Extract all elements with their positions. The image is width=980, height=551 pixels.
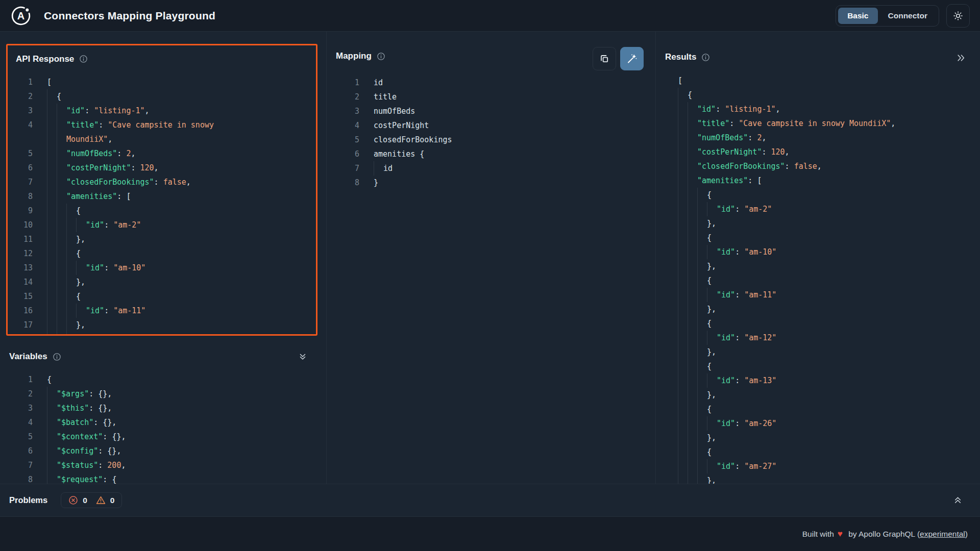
indent-guide <box>688 202 697 216</box>
indent-guide <box>47 104 57 118</box>
indent-guide <box>678 331 688 345</box>
indent-guide <box>688 245 697 259</box>
line-number: 2 <box>8 387 33 401</box>
indent-guide <box>688 373 697 388</box>
code-line: 3numOfBeds <box>334 104 655 118</box>
indent-guide <box>688 459 697 473</box>
code-line: 2title <box>334 90 655 104</box>
indent-guide <box>697 231 707 245</box>
mapping-column: Mapping <box>327 32 656 484</box>
line-number: 11 <box>8 232 33 246</box>
code-line: 16"id": "am-11" <box>8 304 315 318</box>
code-line: 5"$context": {}, <box>8 430 327 444</box>
line-number: 6 <box>8 444 33 458</box>
info-icon[interactable] <box>53 353 61 361</box>
collapse-problems-button[interactable] <box>953 495 963 505</box>
code-line: { <box>678 359 980 373</box>
indent-guide <box>707 416 717 431</box>
indent-guide <box>678 345 688 359</box>
indent-guide <box>66 232 76 246</box>
indent-guide <box>47 387 57 401</box>
indent-guide <box>47 189 57 204</box>
indent-guide <box>697 345 707 359</box>
indent-guide <box>697 302 707 316</box>
indent-guide <box>688 173 697 188</box>
indent-guide <box>57 218 66 232</box>
indent-guide <box>47 246 57 261</box>
indent-guide <box>47 89 57 104</box>
app-header: A Connectors Mapping Playground Basic Co… <box>0 0 980 32</box>
code-line: 5"numOfBeds": 2, <box>8 146 315 161</box>
indent-guide <box>57 118 66 132</box>
line-number: 14 <box>8 275 33 289</box>
code-line: 7"closedForBookings": false, <box>8 175 315 189</box>
experimental-link[interactable]: experimental <box>920 530 965 539</box>
indent-guide <box>57 289 66 304</box>
code-line: "numOfBeds": 2, <box>678 131 980 145</box>
code-line: 6amenities { <box>334 147 655 161</box>
indent-guide <box>678 359 688 373</box>
code-line: 1[ <box>8 75 315 89</box>
info-icon[interactable] <box>377 52 385 61</box>
code-line: 4costPerNight <box>334 118 655 133</box>
line-number: 7 <box>334 161 359 176</box>
indent-guide <box>678 302 688 316</box>
code-line: }, <box>678 302 980 316</box>
api-response-editor[interactable]: 1[2{3"id": "listing-1",4"title": "Cave c… <box>8 75 315 334</box>
code-line: 3"$this": {}, <box>8 401 327 415</box>
results-viewer[interactable]: [{"id": "listing-1","title": "Cave camps… <box>678 73 980 484</box>
code-line: "id": "am-26" <box>678 416 980 431</box>
app-footer: Built with ♥ by Apollo GraphQL ( experim… <box>0 516 980 551</box>
code-line: 10"id": "am-2" <box>8 218 315 232</box>
code-line: { <box>678 273 980 288</box>
mapping-editor[interactable]: 1id2title3numOfBeds4costPerNight5closedF… <box>334 76 655 484</box>
copy-mapping-button[interactable] <box>593 47 616 70</box>
indent-guide <box>688 259 697 273</box>
indent-guide <box>57 175 66 189</box>
indent-guide <box>688 402 697 416</box>
indent-guide <box>688 331 697 345</box>
indent-guide <box>66 275 76 289</box>
line-number: 4 <box>8 415 33 430</box>
info-icon[interactable] <box>79 55 88 63</box>
indent-guide <box>678 473 688 484</box>
variables-editor[interactable]: 1{2"$args": {},3"$this": {},4"$batch": {… <box>8 372 327 484</box>
indent-guide <box>47 289 57 304</box>
indent-guide <box>697 188 707 202</box>
indent-guide <box>47 118 57 132</box>
line-number: 13 <box>8 261 33 275</box>
code-line: 11}, <box>8 232 315 246</box>
line-number: 12 <box>8 246 33 261</box>
indent-guide <box>66 204 76 218</box>
code-line: }, <box>678 345 980 359</box>
indent-guide <box>66 318 76 332</box>
results-title: Results <box>665 52 696 62</box>
collapse-variables-button[interactable] <box>298 352 307 363</box>
indent-guide <box>66 246 76 261</box>
auto-map-button[interactable] <box>620 47 644 70</box>
tab-connector[interactable]: Connector <box>879 8 937 24</box>
indent-guide <box>47 232 57 246</box>
indent-guide <box>688 145 697 159</box>
logo-letter: A <box>17 10 24 21</box>
theme-toggle-button[interactable] <box>946 4 970 28</box>
problems-label: Problems <box>9 495 47 505</box>
indent-guide <box>47 218 57 232</box>
info-icon[interactable] <box>701 53 710 62</box>
indent-guide <box>57 304 66 318</box>
magic-wand-icon <box>626 53 638 65</box>
line-number: 2 <box>8 89 33 104</box>
indent-guide <box>678 173 688 188</box>
indent-guide <box>707 202 717 216</box>
tab-basic[interactable]: Basic <box>838 8 877 24</box>
variables-panel: Variables 1{2"$args": {},3"$this": {},4"… <box>0 343 327 484</box>
connectors-mapping-playground: A Connectors Mapping Playground Basic Co… <box>0 0 980 551</box>
collapse-results-button[interactable] <box>956 53 966 65</box>
indent-guide <box>678 431 688 445</box>
code-line: 18{ <box>8 332 315 334</box>
code-line: "id": "am-10" <box>678 245 980 259</box>
indent-guide <box>678 288 688 302</box>
problems-counts-badge[interactable]: 0 0 <box>61 492 122 508</box>
warning-icon <box>96 495 106 505</box>
code-line: 6"$config": {}, <box>8 444 327 458</box>
